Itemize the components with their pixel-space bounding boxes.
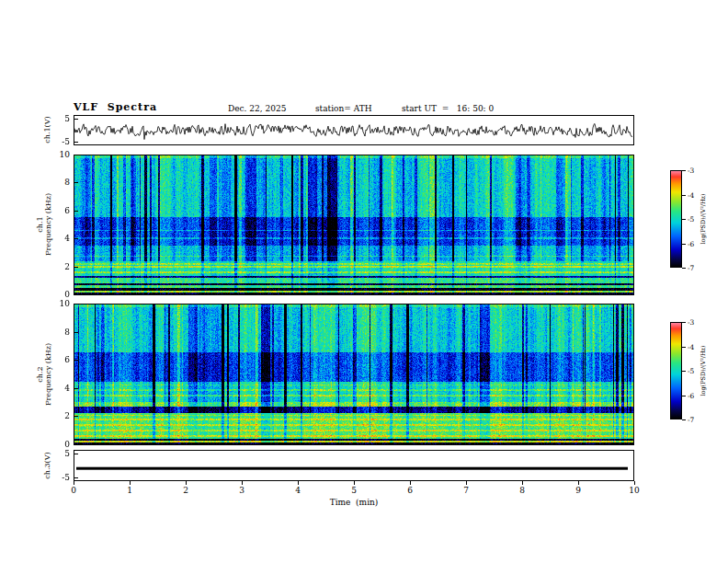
colorbar-tick-label: -3	[688, 318, 694, 327]
colorbar-tick-label: -5	[688, 367, 694, 375]
x-axis-tick-label: 10	[629, 486, 639, 495]
spec1-y-tick	[74, 267, 78, 268]
wave1-y-tick-label: -5	[53, 137, 70, 146]
colorbar-tick-label: -6	[688, 239, 694, 247]
spec2-y-tick-label: 10	[53, 299, 70, 308]
spec2-y-tick-label: 6	[53, 355, 70, 364]
ch2-spectrogram-panel	[74, 304, 634, 445]
ch1-waveform-panel	[74, 115, 634, 145]
ch1-waveform-canvas	[74, 116, 633, 144]
colorbar-tick-label: -6	[688, 391, 694, 399]
x-axis-tick-label: 1	[127, 486, 132, 495]
colorbar-tick-label: -4	[688, 190, 694, 199]
spec2-y-tick	[74, 332, 78, 333]
spec1-y-tick	[74, 211, 78, 212]
colorbar-ch2-unit-label: log(PSD)/(V²/Hz)	[700, 345, 708, 396]
wave3-y-tick	[74, 454, 78, 454]
spec1-y-tick-label: 8	[53, 178, 70, 187]
spec1-y-tick-label: 0	[53, 290, 70, 299]
x-axis-tick-label: 6	[407, 486, 413, 495]
colorbar-tick-label: -7	[688, 264, 694, 272]
x-axis-tick-label: 4	[295, 486, 301, 495]
x-axis-tick	[74, 481, 74, 485]
spec1-y-tick	[74, 155, 78, 155]
x-axis-tick	[410, 481, 411, 485]
wave1-y-tick	[74, 119, 78, 120]
spec2-y-tick-label: 2	[53, 411, 70, 420]
x-axis-tick	[298, 481, 299, 485]
colorbar-tick-label: -5	[688, 215, 694, 224]
colorbar-tick	[682, 244, 686, 245]
time-axis-label: Time (min)	[330, 498, 379, 507]
wave1-y-tick	[74, 142, 78, 143]
colorbar-tick	[682, 371, 686, 372]
colorbar-tick-label: -7	[688, 416, 694, 424]
spec1-y-tick	[74, 238, 78, 239]
colorbar-tick	[682, 419, 686, 420]
spec1-y-tick-label: 10	[53, 150, 70, 159]
colorbar-tick	[682, 170, 686, 171]
x-axis-tick-label: 3	[239, 486, 245, 495]
spec1-y-tick	[74, 182, 78, 183]
ch2-spec-channel-label: ch.2	[36, 343, 44, 406]
x-axis-tick-label: 9	[575, 486, 581, 495]
ch3-waveform-canvas	[74, 451, 633, 480]
ch2-frequency-axis-label: ch.2 Frequency (kHz)	[36, 343, 52, 406]
colorbar-tick	[682, 195, 686, 196]
ch3-voltage-axis-label: ch.3(V)	[43, 452, 51, 478]
spec2-y-tick	[74, 360, 78, 361]
colorbar-tick	[682, 219, 686, 220]
spec2-y-tick	[74, 388, 78, 389]
colorbar-tick-label: -4	[688, 342, 694, 350]
figure-start-ut: start UT = 16: 50: 0	[402, 104, 494, 113]
x-axis-tick	[130, 481, 131, 485]
ch2-spectrogram-canvas	[74, 304, 633, 444]
x-axis-tick-label: 0	[71, 486, 76, 495]
wave3-y-tick-label: -5	[53, 473, 70, 482]
x-axis-tick	[578, 481, 579, 485]
wave1-y-tick-label: 5	[53, 114, 70, 123]
colorbar-tick	[682, 322, 686, 323]
spec2-y-tick-label: 4	[53, 384, 70, 393]
wave3-y-tick-label: 5	[53, 449, 70, 458]
x-axis-tick	[522, 481, 523, 485]
ch1-frequency-khz-label: Frequency (kHz)	[44, 193, 52, 256]
x-axis-tick-label: 8	[519, 486, 525, 495]
x-axis-tick	[466, 481, 467, 485]
vlf-spectra-figure: VLF Spectra Dec. 22, 2025 station= ATH s…	[0, 0, 728, 563]
x-axis-tick	[242, 481, 243, 485]
ch3-waveform-panel	[74, 450, 634, 481]
ch1-frequency-axis-label: ch.1 Frequency (kHz)	[36, 193, 52, 256]
colorbar-tick	[682, 396, 686, 396]
spec2-y-tick	[74, 304, 78, 304]
ch1-spectrogram-panel	[74, 155, 634, 295]
figure-date: Dec. 22, 2025	[228, 104, 286, 113]
colorbar-ch1	[670, 170, 682, 268]
colorbar-ch2	[670, 322, 682, 419]
ch1-spec-channel-label: ch.1	[36, 193, 44, 256]
figure-station: station= ATH	[315, 104, 372, 113]
x-axis-tick-label: 7	[463, 486, 469, 495]
spec2-y-tick	[74, 444, 78, 445]
spec2-y-tick-label: 8	[53, 327, 70, 337]
colorbar-tick	[682, 268, 686, 269]
x-axis-tick-label: 5	[351, 486, 357, 495]
spec2-y-tick	[74, 416, 78, 417]
x-axis-tick-label: 2	[183, 486, 188, 495]
ch1-voltage-axis-label: ch.1(V)	[43, 116, 51, 143]
colorbar-ch1-unit-label: log(PSD)/(V²/Hz)	[700, 193, 708, 244]
x-axis-tick	[354, 481, 355, 485]
spec1-y-tick-label: 6	[53, 206, 70, 215]
wave3-y-tick	[74, 477, 78, 478]
ch2-frequency-khz-label: Frequency (kHz)	[44, 343, 52, 406]
ch1-spectrogram-canvas	[74, 155, 633, 294]
spec1-y-tick-label: 4	[53, 234, 70, 243]
spec2-y-tick-label: 0	[53, 440, 70, 449]
x-axis-tick	[634, 481, 635, 485]
spec1-y-tick	[74, 294, 78, 295]
figure-title: VLF Spectra	[74, 101, 157, 113]
spec1-y-tick-label: 2	[53, 262, 70, 271]
colorbar-tick	[682, 347, 686, 348]
x-axis-tick	[186, 481, 187, 485]
colorbar-tick-label: -3	[688, 167, 694, 175]
